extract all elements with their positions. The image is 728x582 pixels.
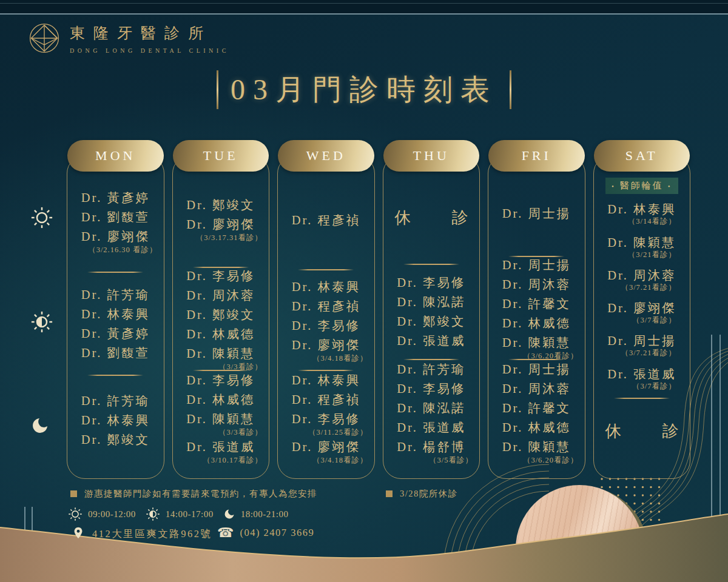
doctor-name: Dr. 周士揚 <box>607 332 676 350</box>
doctor-item: Dr. 陳穎慧（3/6.20看診） <box>488 333 585 361</box>
note-reservation: 游惠捷醫師門診如有需要請來電預約，有專人為您安排 <box>70 488 317 500</box>
doctor-item: Dr. 鄭竣文 <box>383 312 480 331</box>
closed-label: 休 診 <box>376 207 486 229</box>
doctor-item: Dr. 程彥禎 <box>278 297 374 316</box>
afternoon-sun-icon <box>30 310 53 336</box>
doctor-name: Dr. 周沐蓉 <box>502 380 571 398</box>
doctor-item: Dr. 林威德 <box>488 418 585 437</box>
clinic-logo: 東隆牙醫診所 DONG LONG DENTAL CLINIC <box>28 22 229 55</box>
doctor-name: Dr. 林威德 <box>502 314 571 333</box>
fri-section-1: Dr. 周士揚Dr. 周沐蓉Dr. 許馨文Dr. 林威德Dr. 陳穎慧（3/6.… <box>488 257 585 359</box>
doctor-item: Dr. 陳穎慧（3/3看診） <box>173 410 269 437</box>
doctor-name: Dr. 李易修 <box>186 267 255 286</box>
doctor-name: Dr. 林泰興 <box>292 371 360 390</box>
doctor-item: Dr. 周士揚 <box>488 204 585 223</box>
doctor-name: Dr. 張道威 <box>186 438 255 457</box>
location-pin-icon <box>72 526 85 542</box>
doctor-item: Dr. 陳穎慧（3/21看診） <box>594 234 690 259</box>
doctor-item: Dr. 周沐蓉 <box>173 286 269 305</box>
doctor-item: Dr. 鄭竣文 <box>173 196 269 215</box>
doctor-dates: （3/3看診） <box>218 427 263 437</box>
doctor-item: Dr. 林泰興 <box>67 305 164 324</box>
doctor-name: Dr. 張道威 <box>397 418 465 437</box>
hours-time: 14:00-17:00 <box>166 509 214 520</box>
sat-section-1: 休 診 <box>594 399 690 478</box>
doctor-item: Dr. 李易修（3/11.25看診） <box>278 410 374 437</box>
doctor-dates: （3/21看診） <box>628 250 676 259</box>
doctor-item: Dr. 廖翊傑（3/4.18看診） <box>278 336 374 363</box>
doctor-name: Dr. 陳穎慧 <box>186 410 255 429</box>
day-column-tue: TUEDr. 鄭竣文Dr. 廖翊傑（3/3.17.31看診）Dr. 李易修Dr.… <box>172 155 270 479</box>
doctor-name: Dr. 陳穎慧 <box>186 344 255 363</box>
doctor-item: Dr. 張道威 <box>383 332 480 350</box>
day-header-wed: WED <box>278 140 374 172</box>
doctor-item: Dr. 林威德 <box>488 314 585 333</box>
doctor-item: Dr. 鄭竣文 <box>173 306 269 324</box>
doctor-name: Dr. 周沐蓉 <box>186 286 255 305</box>
doctor-item: Dr. 張道威 <box>383 418 480 437</box>
doctor-name: Dr. 程彥禎 <box>292 211 360 230</box>
doctor-name: Dr. 許芳瑜 <box>81 392 150 410</box>
doctor-item: Dr. 林泰興 <box>278 371 374 390</box>
doctor-name: Dr. 黃彥婷 <box>81 189 150 207</box>
doctor-item: Dr. 林泰興 <box>67 411 164 430</box>
doctor-name: Dr. 廖翊傑 <box>186 215 255 234</box>
doctor-dates: （3/3.17.31看診） <box>196 233 263 242</box>
wood-circle-decoration <box>516 485 643 582</box>
doctor-item: Dr. 劉馥萱 <box>67 344 164 363</box>
doctor-dates: （3/4.18看診） <box>312 353 368 363</box>
doctor-name: Dr. 周沐蓉 <box>607 267 676 284</box>
wed-section-1: Dr. 林泰興Dr. 程彥禎Dr. 李易修Dr. 廖翊傑（3/4.18看診） <box>278 270 374 370</box>
doctor-item: Dr. 周士揚 <box>488 256 585 275</box>
schedule-columns: MONDr. 黃彥婷Dr. 劉馥萱Dr. 廖翊傑（3/2.16.30 看診）Dr… <box>67 155 690 479</box>
phone-number: (04) 2407 3669 <box>240 527 314 539</box>
doctor-name: Dr. 張道威 <box>607 366 676 383</box>
mon-section-0: Dr. 黃彥婷Dr. 劉馥萱Dr. 廖翊傑（3/2.16.30 看診） <box>67 172 164 272</box>
day-column-mon: MONDr. 黃彥婷Dr. 劉馥萱Dr. 廖翊傑（3/2.16.30 看診）Dr… <box>67 155 164 479</box>
evening-moon-icon <box>30 416 50 438</box>
wed-section-0: Dr. 程彥禎 <box>278 172 374 269</box>
doctor-item: Dr. 李易修 <box>173 371 269 390</box>
doctor-name: Dr. 許芳瑜 <box>81 286 150 304</box>
title-row: 03月門診時刻表 <box>0 70 728 109</box>
page-title: 03月門診時刻表 <box>231 70 497 109</box>
fri-section-2: Dr. 周士揚Dr. 周沐蓉Dr. 許馨文Dr. 林威德Dr. 陳穎慧（3/6.… <box>488 360 585 478</box>
doctor-item: Dr. 黃彥婷 <box>67 189 164 207</box>
doctor-name: Dr. 林泰興 <box>81 411 150 430</box>
doctor-dates: （3/4.18看診） <box>312 455 368 465</box>
address-row: 412大里區爽文路962號 <box>72 526 212 542</box>
doctor-item: Dr. 許芳瑜 <box>67 392 164 410</box>
title-side-bar <box>510 70 511 109</box>
doctor-name: Dr. 程彥禎 <box>292 390 360 409</box>
hours-time: 18:00-21:00 <box>241 509 289 520</box>
thu-section-1: Dr. 李易修Dr. 陳泓諾Dr. 鄭竣文Dr. 張道威 <box>383 265 480 359</box>
doctor-item: Dr. 陳泓諾 <box>383 399 480 418</box>
doctor-name: Dr. 陳泓諾 <box>397 293 465 312</box>
doctor-name: Dr. 李易修 <box>397 273 465 292</box>
hours-afternoon: 14:00-17:00 <box>146 507 214 521</box>
doctor-name: Dr. 許馨文 <box>502 399 571 418</box>
opening-hours-row: 09:00-12:0014:00-17:0018:00-21:00 <box>68 507 289 521</box>
doctor-name: Dr. 鄭竣文 <box>81 430 150 449</box>
doctor-dates: （3/7看診） <box>632 381 676 391</box>
doctor-name: Dr. 李易修 <box>397 380 465 398</box>
phone-row: ☎ (04) 2407 3669 <box>217 526 314 540</box>
doctor-item: Dr. 廖翊傑（3/4.18看診） <box>278 438 374 465</box>
doctor-name: Dr. 廖翊傑 <box>292 336 360 355</box>
doctor-item: Dr. 程彥禎 <box>278 211 374 230</box>
note-reservation-text: 游惠捷醫師門診如有需要請來電預約，有專人為您安排 <box>84 488 317 500</box>
doctor-item: Dr. 廖翊傑（3/7看診） <box>594 299 690 325</box>
morning-sun-icon <box>68 507 83 521</box>
doctor-name: Dr. 林泰興 <box>607 201 676 218</box>
doctor-dates: （3/5看診） <box>429 455 473 465</box>
fri-section-0: Dr. 周士揚 <box>488 172 585 256</box>
doctor-name: Dr. 廖翊傑 <box>81 227 150 246</box>
doctor-name: Dr. 李易修 <box>186 371 255 390</box>
day-header-thu: THU <box>383 140 480 172</box>
clinic-name-en: DONG LONG DENTAL CLINIC <box>70 47 229 54</box>
doctor-item: Dr. 林泰興 <box>278 278 374 296</box>
day-column-fri: FRIDr. 周士揚Dr. 周士揚Dr. 周沐蓉Dr. 許馨文Dr. 林威德Dr… <box>488 155 585 479</box>
afternoon-sun-icon <box>146 507 160 521</box>
day-header-tue: TUE <box>173 140 269 172</box>
day-column-thu: THU休 診Dr. 李易修Dr. 陳泓諾Dr. 鄭竣文Dr. 張道威Dr. 許芳… <box>383 155 480 479</box>
